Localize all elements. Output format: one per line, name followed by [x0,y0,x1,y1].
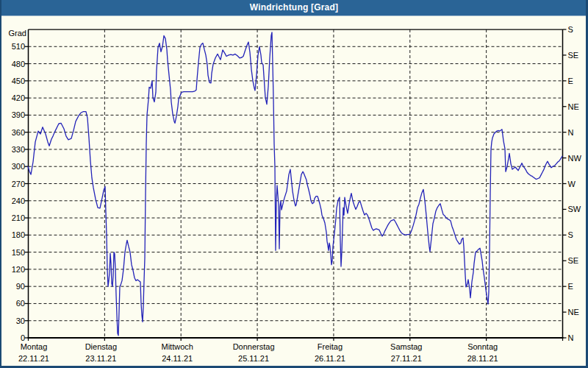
y-tick-label-left: 120 [12,265,25,274]
y-tick-label-left: 0 [21,333,25,342]
windrichtung-chart-window: Windrichtung [Grad] Grad 030609012015018… [0,0,588,368]
y-tick-label-left: 450 [12,77,25,85]
day-label: Freitag [318,342,343,351]
compass-tick-label: S [568,25,573,34]
compass-tick-label: S [568,230,573,239]
date-label: 27.11.21 [391,354,422,363]
y-tick-label-left: 510 [12,42,25,51]
wind-direction-plot: 0306090120150180210240270300330360390420… [0,0,588,368]
day-label: Sonntag [467,342,498,351]
compass-tick-label: N [568,333,574,342]
compass-tick-label: NE [568,308,579,316]
date-label: 26.11.21 [315,354,345,363]
date-label: 28.11.21 [467,354,498,363]
compass-tick-label: SW [568,205,581,213]
date-label: 23.11.21 [85,354,116,363]
date-label: 25.11.21 [238,354,269,363]
date-label: 24.11.21 [162,354,193,363]
y-tick-label-left: 180 [12,230,25,239]
day-label: Donnerstag [233,342,275,351]
y-tick-label-left: 420 [12,93,25,102]
compass-tick-label: N [568,128,574,137]
day-label: Mittwoch [162,342,193,351]
y-tick-label-left: 60 [16,299,25,308]
day-label: Montag [21,342,48,351]
y-tick-label-left: 360 [12,128,25,137]
y-tick-label-left: 30 [16,316,25,325]
day-label: Samstag [390,342,422,351]
compass-tick-label: E [568,77,573,85]
y-tick-label-left: 300 [12,162,25,171]
compass-tick-label: SE [568,51,579,60]
date-label: 22.11.21 [18,354,49,363]
compass-tick-label: NW [568,154,582,163]
compass-tick-label: NE [568,102,579,111]
y-tick-label-left: 240 [12,197,25,205]
y-tick-label-left: 90 [16,282,25,291]
day-label: Dienstag [85,342,117,351]
compass-tick-label: E [568,282,573,291]
y-tick-label-left: 480 [12,60,25,68]
y-tick-label-left: 330 [12,145,25,154]
y-tick-label-left: 150 [12,248,25,257]
y-tick-label-left: 270 [12,180,25,188]
compass-tick-label: W [568,180,576,188]
y-tick-label-left: 210 [12,213,25,222]
y-tick-label-left: 390 [12,110,25,119]
compass-tick-label: SE [568,256,579,265]
